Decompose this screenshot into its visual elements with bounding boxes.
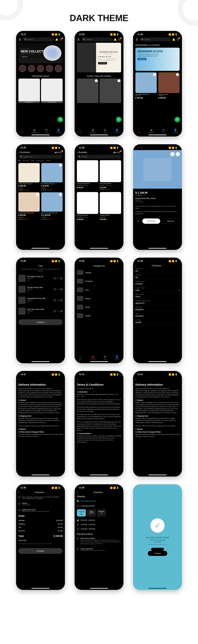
bell-icon[interactable]: 🔔 (172, 38, 175, 41)
payment-razorpay[interactable]: Allow customers to securely pay via Razo… (18, 494, 63, 501)
time-slot[interactable]: 12:30 PM - 13:45 PM (77, 522, 121, 527)
menu-icon[interactable]: ☰ (135, 38, 139, 41)
qty-plus[interactable]: + (60, 310, 63, 312)
story-item[interactable] (55, 65, 62, 72)
qty-minus[interactable]: − (53, 310, 56, 312)
bell-icon[interactable]: 🔔 (55, 38, 58, 41)
shipping-local[interactable]: Local pickup $ 0.00 (77, 503, 121, 508)
nav-account[interactable]: 👤Account (115, 355, 119, 360)
day-select[interactable]: Saturday11 (97, 509, 106, 516)
time-slot[interactable]: 14:30 PM - 18:45 PM (77, 527, 121, 531)
payment-bank[interactable]: Direct bank transferMake your payment di… (77, 536, 121, 546)
category-row[interactable]: Health› (77, 303, 121, 312)
back-icon[interactable]: ‹ (18, 491, 19, 494)
product-card[interactable]: ♡ Endurance Watch ★★★★★ 3 Reviews $ 49.0… (77, 192, 98, 220)
product-card[interactable]: ♡ Expandable Dining Table $ 849.99 ★★★★☆… (18, 192, 40, 220)
search-input[interactable]: 🔍Search (140, 38, 171, 42)
whatsapp-fab[interactable]: ✆ (57, 117, 63, 122)
cart-icon[interactable]: 🛒10 (59, 151, 63, 154)
continue-button[interactable]: Continue (148, 551, 167, 556)
heart-icon[interactable]: ♡ (59, 164, 62, 167)
nav-category[interactable]: ▦Category (90, 355, 96, 360)
nav-cart[interactable]: 🛒Cart (104, 128, 106, 133)
continue-button[interactable]: Continue (18, 548, 63, 554)
qty-minus[interactable]: − (53, 299, 56, 302)
first-name-field[interactable]: First nameabc (135, 268, 180, 273)
story-item[interactable] (37, 65, 44, 72)
add-to-cart-button[interactable]: Add to cart (142, 218, 160, 224)
heart-icon[interactable]: ♡ (118, 161, 120, 164)
product-card[interactable]: ♡ Bar Height Dining Set ★★★★☆ $ 319.99 (135, 72, 157, 99)
search-input[interactable]: 🔍Search (23, 38, 54, 42)
heart-icon[interactable]: ♡ (95, 193, 97, 196)
heart-icon[interactable]: ♡ (95, 161, 97, 164)
fashion-house-banner[interactable]: FASHION HOUSE — ON ALL ITEMS — STARTING … (77, 43, 121, 72)
heart-icon[interactable]: ♡ (176, 73, 179, 76)
filter-icon[interactable]: ⚙ (58, 152, 59, 154)
sale-card[interactable]: FASHION SALE (41, 78, 63, 103)
state-field[interactable]: StateKarnataka (135, 313, 180, 318)
product-card[interactable]: ♡ Luma Analog Watch ★★★★★ 3 Reviews $ 43… (77, 160, 98, 190)
cart-icon[interactable]: 🛒10 (59, 38, 63, 41)
order-notes-field[interactable]: Order notes Notes about your order, e.g.… (18, 540, 63, 546)
shop-now-button[interactable]: SHOP NOW (98, 62, 107, 64)
whatsapp-fab[interactable]: ✆ (175, 117, 180, 122)
nav-cart[interactable]: 🛒Cart (162, 128, 165, 133)
search-input[interactable]: 🔍Search (77, 155, 121, 159)
back-icon[interactable]: ‹ (18, 151, 19, 154)
category-row[interactable]: Jewelry› (77, 312, 121, 320)
nav-category[interactable]: ▦Category (149, 128, 154, 133)
category-row[interactable]: Gear› (77, 286, 121, 294)
nav-home[interactable]: ⌂Home (137, 128, 141, 133)
story-item[interactable] (19, 65, 26, 72)
shop-now-button[interactable]: SHOP NOW (137, 58, 147, 60)
back-icon[interactable]: ‹ (135, 152, 136, 156)
nav-category[interactable]: ▦Category (32, 128, 37, 133)
sort-icon[interactable]: ⇅ (56, 152, 58, 154)
bell-icon[interactable]: 🔔 (114, 38, 117, 41)
street-field[interactable]: Street addressStreet (135, 294, 180, 298)
nav-cart[interactable]: 🛒Cart (45, 128, 48, 133)
search-input[interactable]: 🔍Search (81, 38, 112, 42)
product-card[interactable]: ♡ Clamber Watch ★★★★★ $ 54.00 (100, 192, 121, 220)
product-card[interactable]: ♡ Glass Display Cabinet $ 399.99 ★★★★☆ $… (18, 163, 40, 191)
story-item[interactable] (46, 65, 53, 72)
nav-account[interactable]: 👤Account (173, 128, 178, 133)
nav-category[interactable]: ▦Category (90, 128, 96, 133)
heart-icon[interactable]: ♡ (95, 79, 98, 82)
back-icon[interactable]: ‹ (18, 378, 19, 380)
filter-icon[interactable]: ⚙ (116, 152, 118, 154)
product-card[interactable]: ♡ Aim Analog Watch ★★★★☆ 4 Reviews $ 23.… (100, 160, 121, 190)
bookmark-icon[interactable]: 🔖 (135, 218, 141, 224)
cart-icon[interactable]: 🛒10 (177, 38, 180, 41)
grid-toggle-icon[interactable]: ▦ (113, 152, 115, 154)
city-field[interactable]: Town / CityBangalore (135, 306, 180, 312)
sort-icon[interactable]: ⇅ (115, 152, 116, 154)
heart-icon[interactable]: ♡ (36, 164, 39, 167)
shipping-free[interactable]: Free shipping $ 0.00 (77, 498, 121, 503)
company-field[interactable]: Company namecompany (135, 281, 180, 286)
category-row[interactable]: Furnitures› (77, 277, 121, 286)
grid-toggle-icon[interactable]: ▦ (55, 152, 56, 154)
nav-home[interactable]: ⌂Home (79, 355, 82, 360)
collection-card[interactable]: ♡ (100, 78, 121, 103)
qty-plus[interactable]: + (60, 288, 63, 291)
cart-icon[interactable]: 🛒10 (118, 151, 121, 154)
product-card[interactable]: ♡ Mid-Century Modern Sofa $ 1,199.99 ★★★… (41, 192, 63, 220)
options-icon[interactable]: 📱 (27, 301, 52, 303)
back-icon[interactable]: ‹ (135, 264, 136, 267)
options-icon[interactable]: 📱 (27, 312, 52, 314)
qty-plus[interactable]: + (60, 277, 63, 280)
last-name-field[interactable]: Last nameabc (135, 274, 180, 279)
payment-check[interactable]: Check paymentsPlease send a check to Sto… (77, 546, 121, 553)
heart-icon[interactable]: ♡ (153, 73, 156, 76)
qty-plus[interactable]: + (60, 299, 63, 302)
heart-icon[interactable]: ♡ (118, 193, 120, 196)
heart-icon[interactable]: ♡ (118, 79, 120, 82)
category-tabs[interactable]: All Arm chair Bed Book case Chairs (18, 160, 63, 162)
continue-button[interactable]: Continue (18, 319, 63, 325)
nav-account[interactable]: 👤Account (56, 128, 61, 133)
nav-home[interactable]: ⌂Home (20, 128, 24, 133)
qty-minus[interactable]: − (53, 288, 56, 291)
product-card[interactable]: ♡ Leather Lounge ★★★★★ $ 359.99 (158, 72, 180, 99)
